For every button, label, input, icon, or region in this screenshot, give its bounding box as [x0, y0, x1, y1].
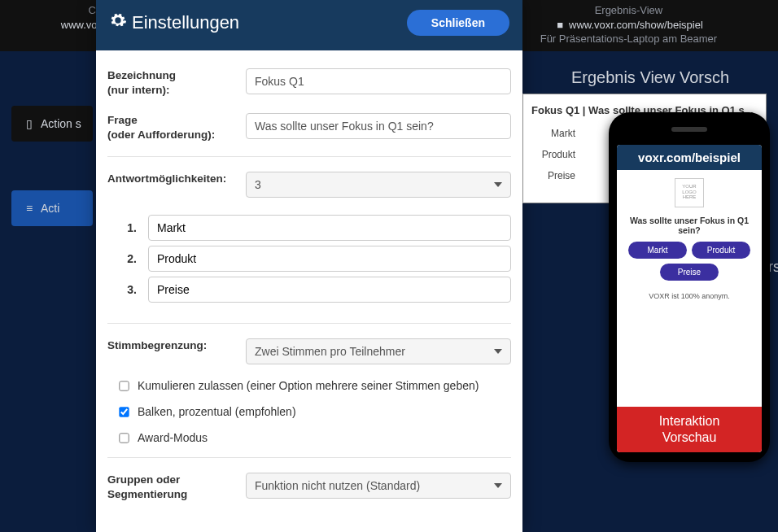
- label-answers: Antwortmöglichkeiten:: [107, 172, 246, 186]
- list-icon: ≡: [26, 202, 37, 215]
- answer-num: 1.: [107, 221, 148, 234]
- video-icon: ■: [554, 18, 566, 33]
- answer-num: 2.: [107, 252, 148, 265]
- left-action-buttons: ▯Action s ≡Acti: [11, 106, 93, 275]
- label-bars: Balken, prozentual (empfohlen): [138, 405, 296, 418]
- phone-anonymous-note: VOXR ist 100% anonym.: [617, 292, 762, 300]
- label-cumulate: Kumulieren zulassen (einer Option mehrer…: [138, 379, 479, 392]
- checkbox-award[interactable]: [119, 433, 129, 443]
- checkbox-bars[interactable]: [119, 407, 129, 416]
- answer-row: 1.: [107, 212, 511, 243]
- phone-icon: ▯: [26, 117, 37, 130]
- label-question: Frage(oder Aufforderung):: [107, 113, 246, 142]
- action-button-2[interactable]: ≡Acti: [11, 190, 93, 226]
- view-title: Ergebnis-View: [540, 3, 718, 18]
- row-grouping: Gruppen oderSegmentierung Funktion nicht…: [107, 457, 511, 509]
- modal-body: Bezeichnung(nur intern): Frage(oder Auff…: [96, 50, 522, 519]
- row-bars: Balken, prozentual (empfohlen): [107, 399, 511, 425]
- label-grouping: Gruppen oderSegmentierung: [107, 473, 246, 501]
- input-name[interactable]: [246, 68, 511, 94]
- row-cumulate: Kumulieren zulassen (einer Option mehrer…: [107, 373, 511, 399]
- action-button-1[interactable]: ▯Action s: [11, 106, 93, 142]
- phone-footer[interactable]: Interaktion Vorschau: [617, 407, 762, 452]
- answer-num: 3.: [107, 283, 148, 296]
- phone-logo-placeholder: YOUR LOGO HERE: [675, 178, 704, 207]
- phone-answer-buttons: Markt Produkt Preise: [617, 242, 762, 281]
- view-result: Ergebnis-View ■www.voxr.com/show/beispie…: [540, 3, 718, 46]
- phone-preview: voxr.com/beispiel YOUR LOGO HERE Was sol…: [609, 112, 770, 462]
- answer-row: 2.: [107, 243, 511, 274]
- input-question[interactable]: [246, 113, 511, 139]
- label-award: Award-Modus: [138, 431, 208, 444]
- select-vote-limit[interactable]: Zwei Stimmen pro Teilnehmer: [246, 338, 511, 364]
- modal-header: Einstellungen Schließen: [96, 0, 522, 50]
- row-question: Frage(oder Aufforderung):: [107, 105, 511, 150]
- label-name: Bezeichnung(nur intern):: [107, 68, 246, 97]
- phone-screen: voxr.com/beispiel YOUR LOGO HERE Was sol…: [617, 145, 762, 452]
- phone-question: Was sollte unser Fokus in Q1 sein?: [617, 212, 762, 242]
- row-answers-count: Antwortmöglichkeiten: 3: [107, 156, 511, 206]
- answer-input-2[interactable]: [148, 246, 511, 272]
- answers-list: 1. 2. 3.: [107, 206, 511, 316]
- result-preview-title: Ergebnis View Vorsch: [522, 68, 778, 87]
- row-vote-limit: Stimmbegrenzung: Zwei Stimmen pro Teilne…: [107, 323, 511, 373]
- select-grouping[interactable]: Funktion nicht nutzen (Standard): [246, 473, 511, 499]
- modal-title: Einstellungen: [109, 11, 239, 34]
- phone-answer-btn[interactable]: Preise: [660, 264, 719, 281]
- row-award: Award-Modus: [107, 425, 511, 451]
- answer-row: 3.: [107, 274, 511, 305]
- close-button[interactable]: Schließen: [407, 10, 509, 36]
- answer-input-3[interactable]: [148, 277, 511, 303]
- label-vote-limit: Stimmbegrenzung:: [107, 338, 246, 353]
- phone-url-bar: voxr.com/beispiel: [617, 145, 762, 170]
- checkbox-cumulate[interactable]: [119, 381, 129, 390]
- row-name: Bezeichnung(nur intern):: [107, 60, 511, 105]
- settings-modal: Einstellungen Schließen Bezeichnung(nur …: [96, 0, 522, 532]
- view-url: ■www.voxr.com/show/beispiel: [540, 18, 718, 33]
- gear-icon: [109, 11, 127, 34]
- view-sub: Für Präsentations-Laptop am Beamer: [540, 32, 718, 46]
- phone-answer-btn[interactable]: Markt: [628, 242, 687, 259]
- answer-input-1[interactable]: [148, 215, 511, 241]
- select-answers-count[interactable]: 3: [246, 172, 511, 198]
- phone-answer-btn[interactable]: Produkt: [692, 242, 750, 259]
